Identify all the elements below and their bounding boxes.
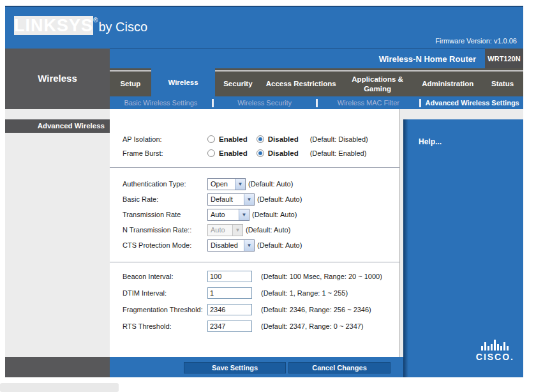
field-label: DTIM Interval:: [123, 289, 207, 297]
basic-rate-select[interactable]: Default ▼: [207, 193, 255, 206]
sidebar-footer: [5, 357, 110, 377]
frame-burst-disabled-radio[interactable]: [257, 149, 264, 157]
page-title: Wireless: [5, 49, 110, 84]
sidebar-body: Advanced Wireless: [5, 109, 110, 377]
select-value: Disabled: [208, 240, 244, 251]
tab-applications-gaming[interactable]: Applications & Gaming: [341, 70, 413, 96]
section-divider: [110, 167, 399, 168]
product-name: Wireless-N Home Router: [379, 54, 485, 64]
radio-option-label: Enabled: [219, 149, 248, 157]
rts-threshold-input[interactable]: [207, 320, 252, 332]
subtab-advanced-wireless-settings[interactable]: Advanced Wireless Settings: [421, 99, 523, 107]
default-hint: (Default: 2347, Range: 0 ~ 2347): [261, 322, 364, 330]
help-panel: Help... CISCO.: [403, 119, 523, 377]
ap-isolation-disabled-radio[interactable]: [257, 135, 264, 143]
tab-security[interactable]: Security: [215, 70, 260, 96]
sub-tab-bar: Basic Wireless Settings Wireless Securit…: [110, 96, 523, 109]
subtab-wireless-security[interactable]: Wireless Security: [214, 99, 316, 107]
left-column: Wireless Advanced Wireless: [5, 49, 110, 377]
field-label: Transmission Rate: [123, 211, 207, 218]
registered-mark-icon: ®: [93, 17, 98, 24]
chevron-down-icon: ▼: [232, 225, 242, 236]
n-transmission-rate-select: Auto ▼: [207, 224, 243, 236]
beacon-interval-row: Beacon Interval: (Default: 100 Msec, Ran…: [110, 268, 399, 285]
default-hint: (Default: 100 Msec, Range: 20 ~ 1000): [261, 273, 382, 280]
field-label: RTS Threshold:: [123, 322, 207, 330]
ap-isolation-row: AP Isolation: Enabled Disabled (Default:…: [110, 132, 399, 146]
tab-status[interactable]: Status: [482, 70, 523, 96]
brand-header: LINKSYS®by Cisco Firmware Version: v1.0.…: [5, 6, 523, 49]
sidebar-strip: [5, 109, 110, 119]
beacon-interval-input[interactable]: [207, 271, 252, 282]
tab-wireless[interactable]: Wireless: [151, 68, 215, 96]
chevron-down-icon[interactable]: ▼: [244, 240, 254, 251]
default-hint: (Default: Disabled): [310, 135, 368, 143]
default-hint: (Default: Auto): [257, 195, 302, 203]
transmission-rate-select[interactable]: Auto ▼: [207, 209, 249, 221]
logo-text: LINKSYS: [14, 16, 93, 35]
product-banner: Wireless-N Home Router WRT120N: [110, 49, 523, 68]
sidebar-section-label: Advanced Wireless: [5, 119, 110, 133]
chevron-down-icon[interactable]: ▼: [239, 209, 249, 220]
main-tab-bar: Setup Wireless Security Access Restricti…: [110, 68, 523, 96]
subtab-basic-wireless-settings[interactable]: Basic Wireless Settings: [110, 99, 212, 107]
section-divider: [110, 262, 399, 262]
cts-protection-mode-row: CTS Protection Mode: Disabled ▼ (Default…: [110, 237, 399, 253]
chevron-down-icon[interactable]: ▼: [235, 179, 245, 190]
product-banner-bar: Wireless-N Home Router: [110, 49, 485, 68]
field-label: Frame Burst:: [123, 149, 207, 157]
logo-byline: by Cisco: [98, 20, 147, 34]
save-settings-button[interactable]: Save Settings: [184, 362, 286, 373]
default-hint: (Default: Enabled): [310, 149, 367, 157]
default-hint: (Default: Auto): [246, 226, 290, 234]
ap-isolation-enabled-radio[interactable]: [207, 135, 215, 143]
authentication-type-row: Authentication Type: Open ▼ (Default: Au…: [110, 176, 399, 192]
content-area: AP Isolation: Enabled Disabled (Default:…: [110, 109, 523, 377]
default-hint: (Default: Auto): [252, 211, 297, 218]
radio-option-label: Enabled: [219, 135, 248, 143]
field-label: Authentication Type:: [123, 180, 207, 188]
transmission-rate-row: Transmission Rate Auto ▼ (Default: Auto): [110, 207, 399, 222]
help-link[interactable]: Help...: [419, 137, 442, 146]
fragmentation-threshold-input[interactable]: [207, 304, 252, 315]
select-value: Auto: [208, 225, 232, 236]
tab-setup[interactable]: Setup: [110, 70, 151, 96]
default-hint: (Default: Auto): [248, 180, 293, 188]
radio-option-label: Disabled: [268, 149, 299, 157]
field-label: CTS Protection Mode:: [123, 241, 207, 249]
tab-administration[interactable]: Administration: [413, 70, 482, 96]
select-value: Open: [208, 179, 235, 190]
cisco-logo: CISCO.: [476, 340, 514, 362]
subtab-wireless-mac-filter[interactable]: Wireless MAC Filter: [318, 99, 420, 107]
cts-protection-mode-select[interactable]: Disabled ▼: [207, 239, 255, 252]
authentication-type-select[interactable]: Open ▼: [207, 178, 246, 190]
settings-form: AP Isolation: Enabled Disabled (Default:…: [110, 109, 400, 357]
chevron-down-icon[interactable]: ▼: [244, 194, 254, 205]
firmware-version: Firmware Version: v1.0.06: [435, 37, 517, 45]
sidebar-fill: [5, 133, 110, 357]
field-label: N Transmission Rate::: [123, 226, 207, 234]
rts-threshold-row: RTS Threshold: (Default: 2347, Range: 0 …: [110, 318, 399, 335]
cancel-changes-button[interactable]: Cancel Changes: [288, 362, 391, 373]
default-hint: (Default: 1, Range: 1 ~ 255): [261, 289, 348, 297]
default-hint: (Default: Auto): [257, 241, 302, 249]
select-value: Auto: [208, 209, 239, 220]
bottom-left-bar: [0, 383, 119, 392]
model-number-badge: WRT120N: [485, 49, 523, 68]
sidebar-header: Wireless: [5, 49, 110, 109]
field-label: Beacon Interval:: [123, 273, 207, 280]
frame-burst-row: Frame Burst: Enabled Disabled (Default: …: [110, 146, 399, 160]
radio-option-label: Disabled: [268, 135, 299, 143]
action-bar: Save Settings Cancel Changes: [110, 357, 403, 377]
fragmentation-threshold-row: Fragmentation Threshold: (Default: 2346,…: [110, 301, 399, 318]
tab-access-restrictions[interactable]: Access Restrictions: [261, 70, 341, 96]
select-value: Default: [208, 194, 244, 205]
default-hint: (Default: 2346, Range: 256 ~ 2346): [261, 306, 371, 313]
app-shell: LINKSYS®by Cisco Firmware Version: v1.0.…: [5, 6, 523, 377]
frame-burst-enabled-radio[interactable]: [207, 149, 215, 157]
dtim-interval-input[interactable]: [207, 287, 252, 299]
field-label: Basic Rate:: [123, 195, 207, 203]
basic-rate-row: Basic Rate: Default ▼ (Default: Auto): [110, 192, 399, 207]
router-admin-page: LINKSYS®by Cisco Firmware Version: v1.0.…: [0, 0, 536, 392]
cisco-wordmark: CISCO.: [476, 352, 514, 362]
